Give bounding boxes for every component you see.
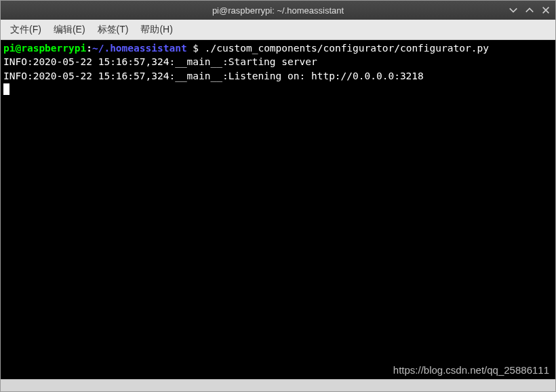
minimize-button[interactable]	[508, 5, 519, 16]
prompt-path: ~/.homeassistant	[92, 43, 187, 54]
menu-edit[interactable]: 编辑(E)	[48, 21, 91, 39]
statusbar	[1, 379, 555, 391]
menu-help[interactable]: 帮助(H)	[135, 21, 178, 39]
titlebar: pi@raspberrypi: ~/.homeassistant	[1, 1, 555, 20]
output-line: INFO:2020-05-22 15:16:57,324:__main__:Li…	[3, 69, 553, 83]
terminal-output[interactable]: pi@raspberrypi:~/.homeassistant $ ./cust…	[1, 40, 555, 379]
cursor	[3, 83, 9, 95]
menu-tabs[interactable]: 标签(T)	[92, 21, 134, 39]
prompt-dollar: $	[187, 43, 205, 54]
menubar: 文件(F) 编辑(E) 标签(T) 帮助(H)	[1, 20, 555, 40]
maximize-button[interactable]	[524, 5, 535, 16]
command-text: ./custom_components/configurator/configu…	[205, 43, 489, 54]
output-line: INFO:2020-05-22 15:16:57,324:__main__:St…	[3, 55, 553, 68]
close-icon	[541, 5, 551, 15]
prompt-colon: :	[86, 43, 92, 54]
close-button[interactable]	[540, 5, 551, 16]
chevron-down-icon	[509, 5, 518, 15]
prompt-line: pi@raspberrypi:~/.homeassistant $ ./cust…	[3, 41, 553, 55]
menu-file[interactable]: 文件(F)	[5, 21, 47, 39]
chevron-up-icon	[525, 5, 534, 15]
window-controls	[508, 1, 551, 20]
terminal-window: pi@raspberrypi: ~/.homeassistant 文件(F) 编…	[0, 0, 556, 392]
prompt-user: pi@raspberrypi	[3, 43, 86, 54]
window-title: pi@raspberrypi: ~/.homeassistant	[212, 5, 344, 16]
